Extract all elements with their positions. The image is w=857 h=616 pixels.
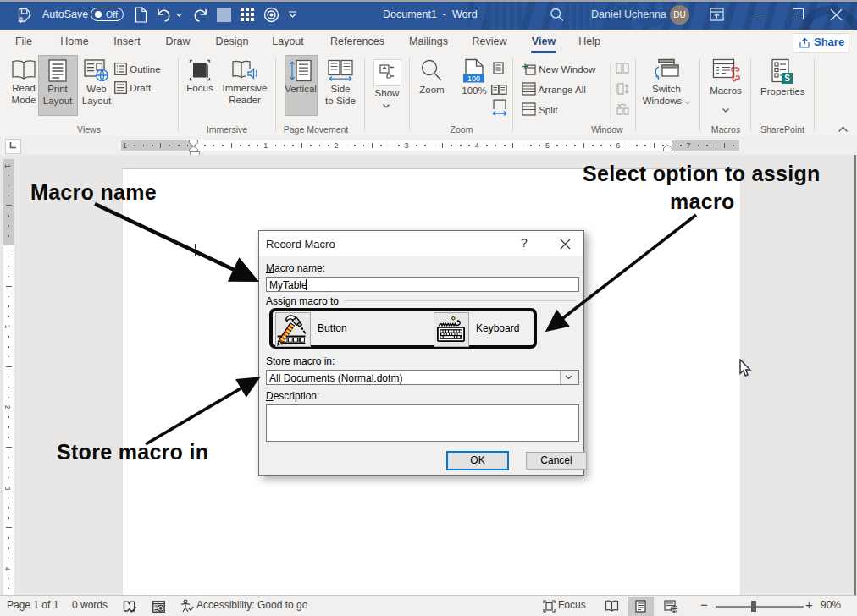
svg-text:100: 100 — [467, 74, 480, 83]
svg-text:S: S — [784, 74, 790, 83]
